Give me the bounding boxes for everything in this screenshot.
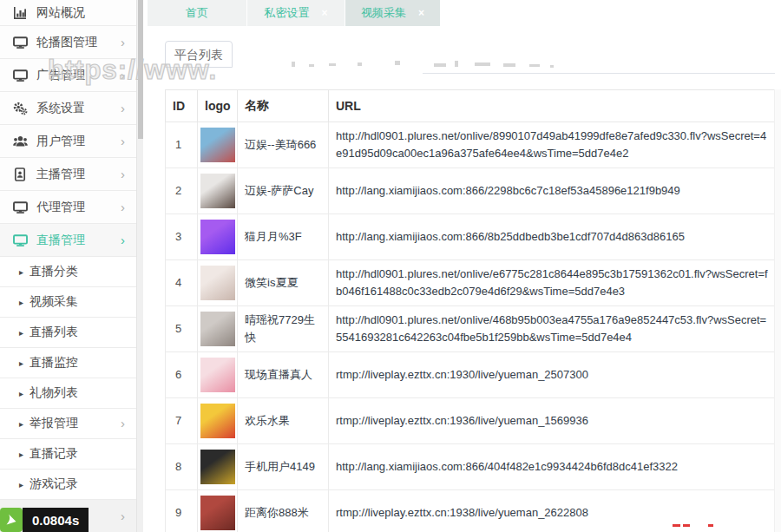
sidebar-item-label: 游戏记录 <box>30 476 78 492</box>
sidebar-item-game-records[interactable]: ▸游戏记录 <box>0 470 136 500</box>
sidebar-item-video-collect[interactable]: ▸视频采集 <box>0 287 136 318</box>
sidebar-item-report-management[interactable]: ▸举报管理› <box>0 409 136 439</box>
sidebar-scrollbar[interactable] <box>136 0 143 532</box>
sidebar-item-label: 广告管理 <box>36 68 85 83</box>
logo-cell <box>198 306 238 352</box>
sidebar-item-live-monitor[interactable]: ▸直播监控 <box>0 348 136 378</box>
tab-label: 视频采集 <box>361 6 406 19</box>
logo-image <box>200 266 235 300</box>
sidebar-item-label: 直播记录 <box>30 446 78 462</box>
red-mark <box>683 524 690 527</box>
name-cell: 微笑is夏夏 <box>238 260 329 306</box>
chevron-right-icon: › <box>121 200 125 213</box>
watermark-remnant <box>395 61 400 65</box>
chevron-right-icon: › <box>121 68 125 81</box>
id-cell: 1 <box>166 122 198 168</box>
sidebar-item-agent-management[interactable]: 代理管理› <box>0 191 136 224</box>
triangle-right-icon: ▸ <box>19 419 23 429</box>
speed-badge-icon <box>0 508 23 532</box>
name-cell: 欢乐水果 <box>238 398 329 444</box>
sidebar-item-label: 礼物列表 <box>30 385 78 401</box>
column-header: URL <box>329 90 776 122</box>
id-cell: 2 <box>166 168 198 214</box>
sidebar-item-label: 用户管理 <box>36 134 85 149</box>
triangle-right-icon: ▸ <box>19 480 23 489</box>
sidebar-item-label: 举报管理 <box>30 416 78 431</box>
table-row: 6现场直播真人rtmp://liveplay.ezttx.cn:1930/liv… <box>166 352 776 398</box>
close-icon[interactable]: × <box>418 7 424 19</box>
sidebar-item-label: 主播管理 <box>36 167 85 182</box>
url-cell: http://hdl0901.plures.net/onlive/e6775c2… <box>329 260 776 306</box>
chevron-right-icon: › <box>121 233 125 246</box>
chevron-right-icon: › <box>121 167 125 180</box>
table-header-row: IDlogo名称URL <box>166 90 776 122</box>
id-cell: 8 <box>166 444 198 490</box>
sidebar-item-ad-management[interactable]: 广告管理› <box>0 59 136 92</box>
triangle-right-icon: ▸ <box>19 450 23 459</box>
table-row: 8手机用户4149http://lang.xiamijiaos.com:866/… <box>166 444 776 490</box>
logo-cell <box>198 260 238 306</box>
name-cell: 手机用户4149 <box>238 444 329 490</box>
users-icon <box>11 135 29 148</box>
name-cell: 晴瑶祝7729生快 <box>238 306 329 352</box>
table-row: 1迈娱--美琦666http://hdl0901.plures.net/onli… <box>166 122 776 168</box>
table-row: 3猫月月%3Fhttp://lang.xiamijiaos.com:866/8b… <box>166 214 776 260</box>
name-cell: 迈娱-萨萨Cay <box>238 168 329 214</box>
page-load-overlay: 0.0804s <box>0 508 89 532</box>
sidebar-item-label: 直播分类 <box>30 264 78 279</box>
watermark-remnant <box>550 65 554 68</box>
watermark-remnant <box>292 62 295 67</box>
id-cell: 4 <box>166 260 198 306</box>
column-header: ID <box>166 90 198 122</box>
sidebar-item-label: 直播监控 <box>30 355 78 371</box>
chevron-right-icon: › <box>121 417 125 430</box>
sidebar-item-label: 直播列表 <box>30 325 78 340</box>
watermark-remnant <box>475 62 490 66</box>
triangle-right-icon: ▸ <box>19 389 23 398</box>
sidebar-item-system-settings[interactable]: 系统设置› <box>0 92 136 125</box>
sidebar: 网站概况轮播图管理›广告管理›系统设置›用户管理›主播管理›代理管理›直播管理›… <box>0 0 136 532</box>
url-cell: rtmp://liveplay.ezttx.cn:1930/live/yuema… <box>329 352 776 398</box>
content-panel: 平台列表 IDlogo名称URL 1迈娱--美琦666http://hdl090… <box>143 26 781 532</box>
sidebar-item-anchor-management[interactable]: 主播管理› <box>0 158 136 191</box>
sidebar-item-label: 轮播图管理 <box>36 35 97 50</box>
id-cell: 5 <box>166 306 198 352</box>
monitor-icon <box>11 200 29 214</box>
table-row: 4微笑is夏夏http://hdl0901.plures.net/onlive/… <box>166 260 776 306</box>
monitor-icon <box>11 233 29 247</box>
tab-home[interactable]: 首页 <box>148 0 246 26</box>
logo-image <box>200 358 235 392</box>
tab-private-settings[interactable]: 私密设置× <box>247 0 345 26</box>
tab-video-collect[interactable]: 视频采集× <box>345 0 440 26</box>
sidebar-item-gift-list[interactable]: ▸礼物列表 <box>0 378 136 409</box>
tab-label: 首页 <box>186 6 208 19</box>
table-row: 7欢乐水果rtmp://liveplay.ezttx.cn:1936/live/… <box>166 398 776 444</box>
logo-image <box>200 404 235 438</box>
triangle-right-icon: ▸ <box>19 298 23 307</box>
sidebar-item-live-list[interactable]: ▸直播列表 <box>0 318 136 348</box>
name-cell: 迈娱--美琦666 <box>238 122 329 168</box>
name-cell: 猫月月%3F <box>238 214 329 260</box>
watermark-remnant <box>503 63 515 67</box>
table-body: 1迈娱--美琦666http://hdl0901.plures.net/onli… <box>166 122 776 532</box>
name-cell: 距离你888米 <box>238 490 329 532</box>
tab-bar: 首页私密设置×视频采集× <box>143 0 781 26</box>
id-card-icon <box>11 167 29 181</box>
close-icon[interactable]: × <box>321 7 327 19</box>
gears-icon <box>11 102 29 115</box>
platform-table-wrap: IDlogo名称URL 1迈娱--美琦666http://hdl0901.plu… <box>165 89 776 532</box>
content-scrollbar[interactable] <box>774 89 781 532</box>
sidebar-item-site-overview[interactable]: 网站概况 <box>0 0 136 26</box>
bar-chart-icon <box>11 6 29 20</box>
logo-cell <box>198 398 238 444</box>
sidebar-item-live-category[interactable]: ▸直播分类 <box>0 257 136 287</box>
sidebar-item-user-management[interactable]: 用户管理› <box>0 125 136 158</box>
sidebar-item-banner-management[interactable]: 轮播图管理› <box>0 26 136 59</box>
id-cell: 7 <box>166 398 198 444</box>
tab-platform-list[interactable]: 平台列表 <box>165 41 233 68</box>
watermark-remnant <box>455 61 458 67</box>
chevron-right-icon: › <box>121 101 125 114</box>
logo-image <box>200 450 235 484</box>
sidebar-item-live-records[interactable]: ▸直播记录 <box>0 439 136 470</box>
sidebar-item-live-management[interactable]: 直播管理› <box>0 224 136 257</box>
